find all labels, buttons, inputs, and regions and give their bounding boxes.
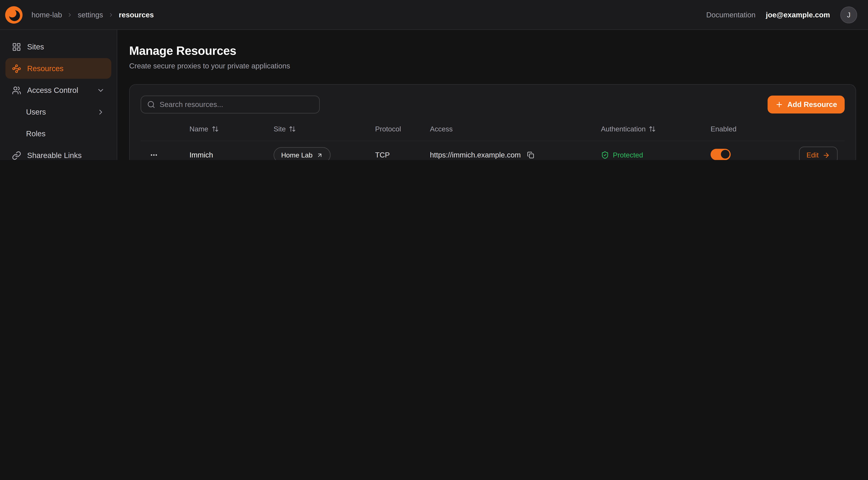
topbar: home-lab settings resources Documentatio…: [0, 0, 868, 30]
search-input[interactable]: [160, 100, 313, 109]
column-header-access: Access: [430, 125, 601, 133]
toggle-knob: [721, 150, 730, 158]
topbar-right: Documentation joe@example.com J: [706, 6, 857, 23]
documentation-link[interactable]: Documentation: [706, 11, 755, 19]
app-root: home-lab settings resources Documentatio…: [0, 0, 868, 160]
resources-panel: Add Resource Name Site Protocol: [129, 84, 856, 160]
breadcrumb-resources[interactable]: resources: [119, 11, 154, 19]
sidebar-item-label: Shareable Links: [27, 151, 82, 160]
plus-icon: [775, 100, 783, 109]
breadcrumb: home-lab settings resources: [31, 11, 154, 19]
enabled-toggle[interactable]: [711, 149, 731, 160]
resource-name: Immich: [189, 151, 274, 159]
sidebar-item-label: Users: [26, 108, 46, 116]
sidebar-item-label: Resources: [27, 64, 63, 73]
arrow-right-icon: [823, 151, 830, 159]
link-icon: [12, 151, 21, 160]
edit-button[interactable]: Edit: [799, 147, 838, 160]
shell: Sites Resources Access Control: [0, 30, 868, 160]
column-header-enabled: Enabled: [711, 125, 792, 133]
copy-button[interactable]: [526, 150, 535, 160]
table-header-row: Name Site Protocol Access Authenticati: [141, 117, 845, 141]
ellipsis-icon: [150, 151, 158, 159]
user-email[interactable]: joe@example.com: [766, 11, 830, 19]
column-header-name: Name: [189, 125, 274, 133]
sidebar-nav: Sites Resources Access Control: [5, 36, 111, 160]
site-link-button[interactable]: Home Lab: [274, 147, 331, 160]
column-header-protocol: Protocol: [375, 125, 430, 133]
row-actions-button[interactable]: [148, 149, 160, 160]
chevron-right-icon: [67, 12, 73, 18]
auth-label: Protected: [613, 151, 643, 159]
users-icon: [12, 86, 21, 95]
avatar-initial: J: [847, 11, 850, 19]
breadcrumb-org[interactable]: home-lab: [31, 11, 62, 19]
search-icon: [147, 100, 155, 109]
breadcrumb-settings[interactable]: settings: [78, 11, 103, 19]
sort-icon[interactable]: [289, 125, 296, 132]
pangolin-logo-icon: [5, 6, 23, 24]
sort-icon[interactable]: [212, 125, 219, 132]
search-box: [141, 96, 320, 114]
sidebar-item-shareable-links[interactable]: Shareable Links: [5, 145, 111, 160]
sidebar: Sites Resources Access Control: [0, 30, 117, 160]
sidebar-item-sites[interactable]: Sites: [5, 36, 111, 57]
arrow-up-right-icon: [316, 152, 323, 158]
shield-check-icon: [601, 151, 609, 159]
protocol-value: TCP: [375, 151, 430, 159]
page-subtitle: Create secure proxies to your private ap…: [129, 62, 856, 70]
sidebar-item-label: Access Control: [27, 86, 78, 94]
add-resource-label: Add Resource: [787, 100, 837, 109]
resources-icon: [12, 64, 21, 73]
app-logo[interactable]: [5, 6, 23, 24]
sort-icon[interactable]: [649, 125, 656, 132]
sites-icon: [12, 42, 21, 51]
column-header-site: Site: [274, 125, 375, 133]
add-resource-button[interactable]: Add Resource: [768, 96, 845, 114]
sidebar-item-label: Sites: [27, 42, 44, 51]
avatar[interactable]: J: [840, 6, 857, 23]
sidebar-item-access-control[interactable]: Access Control: [5, 80, 111, 100]
main-content: Manage Resources Create secure proxies t…: [117, 30, 868, 160]
card-toolbar: Add Resource: [141, 96, 845, 114]
copy-icon: [527, 151, 534, 158]
chevron-right-icon: [108, 12, 114, 18]
sidebar-item-label: Roles: [26, 129, 45, 138]
sidebar-item-roles[interactable]: Roles: [5, 123, 111, 144]
chevron-right-icon: [97, 108, 105, 116]
access-value: https://immich.example.com: [430, 151, 521, 159]
table-row: Immich Home Lab TCP https://immich.examp…: [141, 141, 845, 160]
auth-status: Protected: [601, 151, 711, 159]
chevron-down-icon: [97, 86, 105, 94]
column-header-authentication: Authentication: [601, 125, 711, 133]
page-title: Manage Resources: [129, 44, 856, 58]
sidebar-item-users[interactable]: Users: [5, 101, 111, 122]
sidebar-item-resources[interactable]: Resources: [5, 58, 111, 79]
